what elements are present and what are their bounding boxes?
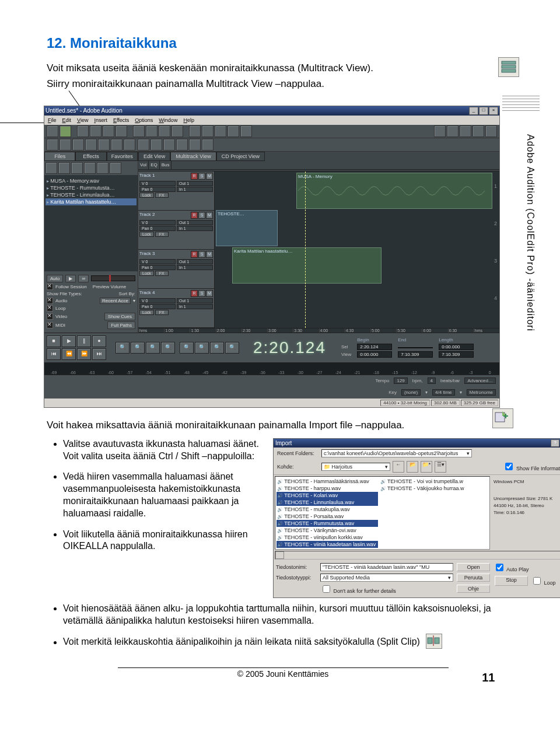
stop-preview-button[interactable]: Stop	[495, 576, 528, 586]
recent-folders-dropdown[interactable]: c:\vanhat koneet\Audio\Opetus\wavelab-op…	[321, 449, 472, 457]
loop-checkbox[interactable]	[533, 577, 541, 585]
tool-btn[interactable]	[90, 125, 102, 137]
show-info-checkbox[interactable]	[505, 463, 513, 470]
zoom-full-icon[interactable]: 🔍	[146, 342, 160, 354]
tool-edit-icon[interactable]	[47, 125, 58, 137]
stop-button[interactable]: ■	[47, 335, 61, 347]
help-icon[interactable]: ?	[551, 439, 559, 447]
follow-checkbox[interactable]	[47, 284, 53, 290]
close-button[interactable]: ×	[489, 107, 498, 115]
tool-btn[interactable]	[97, 162, 108, 174]
tool-btn[interactable]	[172, 125, 183, 137]
multitrack-canvas[interactable]: MUSA - Memory TEHOSTE… Karita Mattilan h…	[215, 172, 499, 328]
folder-icon[interactable]	[58, 162, 70, 174]
minimize-button[interactable]: _	[469, 107, 478, 115]
list-item[interactable]: TEHOSTE - Hammaslääkärissä.wav	[276, 478, 378, 485]
tool-btn[interactable]	[159, 125, 170, 137]
list-item[interactable]: TEHOSTE - mutakuplia.wav	[276, 506, 378, 513]
tool-btn[interactable]	[189, 139, 201, 151]
list-item[interactable]: TEHOSTE - harppu.wav	[276, 485, 378, 492]
tool-btn[interactable]	[240, 125, 252, 137]
list-item[interactable]: TEHOSTE - viiniä kaadetaan lasiin.wav	[276, 541, 378, 548]
zoom-out-icon[interactable]: 🔍	[131, 342, 145, 354]
sort-dropdown[interactable]: Recent Acce	[100, 298, 131, 304]
tab-multitrack-view[interactable]: Multitrack View	[170, 152, 216, 161]
tab-effects[interactable]: Effects	[75, 152, 106, 161]
dont-ask-checkbox[interactable]	[323, 585, 330, 593]
list-item[interactable]: TEHOSTE - Rummutusta…	[46, 184, 136, 191]
list-item[interactable]: TEHOSTE - Voi voi trumpetilla.w	[380, 478, 481, 485]
auto-button[interactable]: Auto	[47, 275, 63, 282]
tool-btn[interactable]	[47, 139, 58, 151]
list-item[interactable]: TEHOSTE - Väkijoukko hurraa.w	[380, 485, 481, 492]
zoom-v-icon[interactable]: 🔍	[180, 342, 194, 354]
tool-btn[interactable]	[150, 139, 162, 151]
kohde-dropdown[interactable]: 📁 Harjoitus▾	[321, 463, 390, 471]
tab-favorites[interactable]: Favorites	[107, 152, 138, 161]
tool-btn[interactable]	[60, 139, 71, 151]
tab-files[interactable]: Files	[44, 152, 75, 161]
tool-btn[interactable]	[124, 139, 135, 151]
zoom-v-icon[interactable]: 🔍	[210, 342, 224, 354]
tool-btn[interactable]	[202, 125, 214, 137]
tool-btn[interactable]	[77, 125, 89, 137]
tool-fx-icon[interactable]	[460, 125, 471, 137]
tool-btn[interactable]	[485, 125, 497, 137]
menu-window[interactable]: Window	[159, 117, 177, 123]
pause-button[interactable]: ‖	[77, 335, 91, 347]
zoom-v-icon[interactable]: 🔍	[195, 342, 209, 354]
menu-insert[interactable]: Insert	[94, 117, 107, 123]
menu-help[interactable]: Help	[183, 117, 194, 123]
list-item[interactable]: MUSA - Memory.wav	[46, 177, 136, 184]
list-item[interactable]: TEHOSTE - Linnunlaulua.wav	[276, 499, 378, 506]
full-paths-button[interactable]: Full Paths	[107, 321, 135, 329]
time-ruler[interactable]: hms 1:00 1:30 2:00 2:30 3:00 3:30 4:00 4…	[138, 328, 499, 333]
loop-checkbox[interactable]	[47, 305, 53, 312]
goto-start-button[interactable]: ⏮	[47, 348, 61, 360]
tool-wet-icon[interactable]	[447, 125, 459, 137]
lock-button[interactable]: Lock	[139, 193, 154, 198]
menu-options[interactable]: Options	[135, 117, 153, 123]
tool-btn[interactable]	[146, 125, 158, 137]
tool-btn[interactable]	[103, 125, 114, 137]
filename-field[interactable]: "TEHOSTE - viiniä kaadetaan lasiin.wav" …	[320, 563, 453, 571]
up-icon[interactable]: 📂	[407, 461, 418, 473]
tab-edit-view[interactable]: Edit View	[138, 152, 170, 161]
timesig-dropdown[interactable]: 4/4 time	[432, 389, 454, 396]
solo-button[interactable]: S	[198, 173, 205, 180]
tool-bpm-icon[interactable]	[473, 125, 484, 137]
file-browser[interactable]: TEHOSTE - Hammaslääkärissä.wav TEHOSTE -…	[275, 476, 490, 550]
audio-checkbox[interactable]	[47, 298, 53, 304]
list-item[interactable]: TEHOSTE - Kolari.wav	[276, 492, 378, 499]
tool-l-icon[interactable]	[434, 125, 446, 137]
play-button[interactable]: ▶	[62, 335, 76, 347]
tool-btn[interactable]	[138, 139, 149, 151]
new-folder-icon[interactable]: 📁*	[421, 461, 432, 473]
loop-icon[interactable]: ∞	[78, 275, 89, 282]
advanced-button[interactable]: Advanced…	[464, 378, 496, 384]
open-button[interactable]: Open	[457, 563, 490, 571]
auto-play-checkbox[interactable]	[496, 564, 503, 571]
tool-btn[interactable]	[176, 139, 188, 151]
tool-btn[interactable]	[202, 139, 214, 151]
menu-effects[interactable]: Effects	[113, 117, 129, 123]
maximize-button[interactable]: □	[479, 107, 488, 115]
help-button[interactable]: Ohje	[457, 585, 490, 593]
rec-button[interactable]: R	[191, 173, 198, 180]
forward-button[interactable]: ⏩	[77, 348, 91, 360]
tool-btn[interactable]	[215, 125, 226, 137]
mute-button[interactable]: M	[206, 173, 213, 180]
back-icon[interactable]: ←	[393, 461, 404, 473]
tool-btn[interactable]	[189, 125, 201, 137]
cancel-button[interactable]: Peruuta	[457, 574, 490, 582]
metronome-button[interactable]: Metronome	[467, 389, 496, 396]
menu-view[interactable]: View	[77, 117, 88, 123]
filetype-dropdown[interactable]: All Supported Media ▾	[320, 574, 453, 582]
list-item[interactable]: TEHOSTE - Linnunlaulua…	[46, 191, 136, 198]
horizontal-scrollbar[interactable]	[275, 551, 560, 560]
tool-btn[interactable]	[98, 139, 110, 151]
list-item[interactable]: TEHOSTE - Porsaita.wav	[276, 513, 378, 520]
goto-end-button[interactable]: ⏭	[92, 348, 106, 360]
video-checkbox[interactable]	[47, 313, 53, 320]
tempo-field[interactable]: 129	[394, 378, 407, 384]
